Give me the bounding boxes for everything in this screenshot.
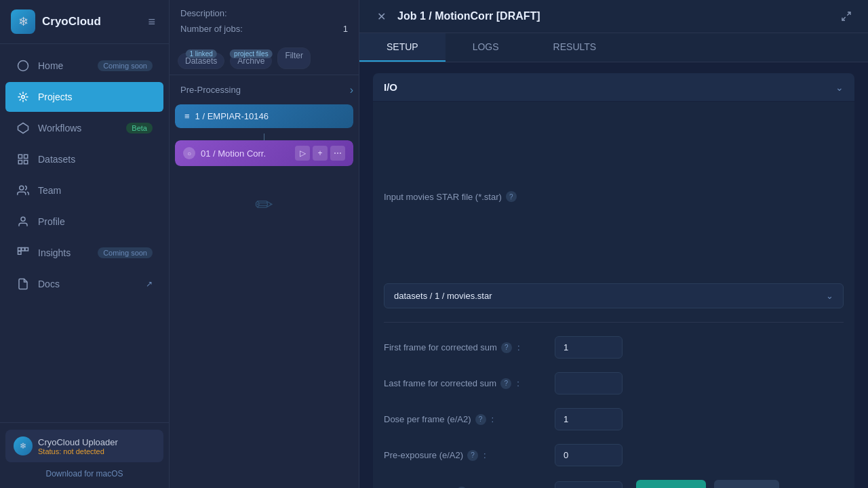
sidebar-item-workflows[interactable]: Workflows Beta xyxy=(5,113,163,143)
uploader-card[interactable]: ❄ CryoCloud Uploader Status: not detecte… xyxy=(5,430,163,462)
job-node-actions: ▷ + ⋯ xyxy=(295,146,345,161)
svg-point-0 xyxy=(18,61,28,71)
last-frame-label: Last frame for corrected sum ? : xyxy=(384,378,547,389)
download-macos-link[interactable]: Download for macOS xyxy=(5,466,163,481)
io-section-header[interactable]: I/O ⌄ xyxy=(373,73,854,101)
tab-logs[interactable]: LOGS xyxy=(446,33,526,62)
pre-exposure-label-text: Pre-exposure (e/A2) xyxy=(384,450,463,460)
first-frame-help-icon[interactable]: ? xyxy=(501,342,512,353)
insights-badge: Coming soon xyxy=(98,247,153,258)
input-movies-select[interactable]: datasets / 1 / movies.star ⌄ xyxy=(384,283,844,308)
add-job-area[interactable]: ✏ xyxy=(175,171,353,238)
job-node[interactable]: ○ 01 / Motion Corr. ▷ + ⋯ xyxy=(175,140,353,166)
tab-filter-label: Filter xyxy=(285,51,303,60)
io-section-body: Input movies STAR file (*.star) ? datase… xyxy=(373,102,854,488)
archive-badge: project files xyxy=(230,49,273,58)
dose-per-frame-input[interactable] xyxy=(555,408,623,430)
dose-per-frame-help-icon[interactable]: ? xyxy=(475,414,486,425)
tab-setup[interactable]: SETUP xyxy=(359,33,446,62)
sidebar-item-datasets[interactable]: Datasets xyxy=(5,144,163,174)
sidebar-footer: ❄ CryoCloud Uploader Status: not detecte… xyxy=(0,422,169,488)
pipeline-header: Pre-Processing › xyxy=(175,81,353,99)
insights-icon xyxy=(16,246,30,260)
svg-rect-4 xyxy=(24,155,28,158)
sidebar-item-profile-label: Profile xyxy=(38,216,153,227)
sidebar-item-home[interactable]: Home Coming soon xyxy=(5,51,163,81)
home-badge: Coming soon xyxy=(98,60,153,71)
sidebar-item-datasets-label: Datasets xyxy=(38,154,153,165)
svg-point-7 xyxy=(20,186,24,190)
sidebar-item-profile[interactable]: Profile xyxy=(5,207,163,237)
jobs-value: 1 xyxy=(343,24,348,34)
first-frame-label: First frame for corrected sum ? : xyxy=(384,342,547,353)
uploader-top: ❄ CryoCloud Uploader Status: not detecte… xyxy=(14,436,155,455)
sidebar-logo-area: ❄ CryoCloud ≡ xyxy=(0,0,169,44)
last-frame-row: Last frame for corrected sum ? : xyxy=(384,372,844,394)
pre-exposure-input[interactable] xyxy=(555,444,623,466)
job-header: ✕ Job 1 / MotionCorr [DRAFT] xyxy=(359,0,868,33)
uploader-name: CryoCloud Uploader xyxy=(38,437,155,447)
dose-per-frame-label-text: Dose per frame (e/A2) xyxy=(384,414,471,424)
external-link-icon: ↗ xyxy=(146,279,153,289)
run-button[interactable]: RUN xyxy=(714,480,779,488)
dataset-node[interactable]: ≡ 1 / EMPIAR-10146 xyxy=(175,104,353,128)
tab-archive[interactable]: project files Archive xyxy=(230,53,272,69)
add-job-icon: ✏ xyxy=(255,192,273,218)
tab-filter[interactable]: Filter xyxy=(277,47,311,69)
sidebar-item-insights[interactable]: Insights Coming soon xyxy=(5,238,163,268)
sidebar-item-team[interactable]: Team xyxy=(5,176,163,205)
job-play-button[interactable]: ▷ xyxy=(295,146,310,161)
projects-icon xyxy=(16,90,30,104)
tab-results[interactable]: RESULTS xyxy=(526,33,624,62)
svg-line-13 xyxy=(847,12,850,16)
logo-group: ❄ CryoCloud xyxy=(11,9,101,34)
svg-marker-2 xyxy=(18,123,28,134)
input-movies-help-icon[interactable]: ? xyxy=(506,191,517,202)
middle-panel: Description: Number of jobs: 1 1 linked … xyxy=(170,0,359,488)
job-more-button[interactable]: ⋯ xyxy=(330,146,345,161)
job-status-icon: ○ xyxy=(183,147,195,159)
sidebar-collapse-button[interactable]: ≡ xyxy=(145,12,158,32)
action-buttons: SAVE RUN xyxy=(636,480,779,488)
first-frame-input[interactable] xyxy=(555,336,623,359)
pipeline-connector xyxy=(264,134,264,140)
last-frame-input[interactable] xyxy=(555,372,623,394)
job-node-label: 01 / Motion Corr. xyxy=(201,148,266,159)
dataset-node-label: 1 / EMPIAR-10146 xyxy=(195,111,269,121)
job-node-inner[interactable]: ○ 01 / Motion Corr. ▷ + ⋯ xyxy=(175,140,353,166)
fullscreen-button[interactable] xyxy=(838,8,854,24)
jobs-row: Number of jobs: 1 xyxy=(180,24,348,34)
pre-exposure-label: Pre-exposure (e/A2) ? : xyxy=(384,450,547,461)
last-frame-label-text: Last frame for corrected sum xyxy=(384,378,496,388)
job-tabs: SETUP LOGS RESULTS xyxy=(359,33,868,62)
team-icon xyxy=(16,184,30,197)
sidebar-item-home-label: Home xyxy=(38,60,90,71)
job-add-button[interactable]: + xyxy=(313,146,328,161)
pipeline-expand-icon[interactable]: › xyxy=(350,84,353,96)
svg-rect-11 xyxy=(25,248,28,251)
sidebar-item-insights-label: Insights xyxy=(38,247,90,258)
pre-exposure-help-icon[interactable]: ? xyxy=(467,450,478,461)
sidebar-nav: Home Coming soon Projects Workflows Beta… xyxy=(0,44,169,422)
save-button[interactable]: SAVE xyxy=(636,480,706,488)
sidebar-item-docs[interactable]: Docs ↗ xyxy=(5,269,163,299)
last-frame-help-icon[interactable]: ? xyxy=(500,378,511,389)
job-title: Job 1 / MotionCorr [DRAFT] xyxy=(397,10,830,22)
description-row: Description: xyxy=(180,8,348,18)
svg-rect-9 xyxy=(18,248,22,251)
svg-point-1 xyxy=(22,96,25,99)
io-section-chevron: ⌄ xyxy=(835,82,844,93)
tab-datasets[interactable]: 1 linked Datasets xyxy=(178,53,224,69)
dose-per-frame-row: Dose per frame (e/A2) ? : xyxy=(384,408,844,430)
dataset-node-inner[interactable]: ≡ 1 / EMPIAR-10146 xyxy=(175,104,353,128)
job-close-button[interactable]: ✕ xyxy=(373,8,389,24)
sidebar-item-projects[interactable]: Projects xyxy=(5,82,163,112)
eer-fractionation-input[interactable] xyxy=(555,481,623,489)
svg-rect-12 xyxy=(18,251,22,255)
pre-exposure-row: Pre-exposure (e/A2) ? : xyxy=(384,444,844,466)
separator-1 xyxy=(384,322,844,323)
first-frame-row: First frame for corrected sum ? : xyxy=(384,336,844,359)
datasets-badge: 1 linked xyxy=(185,49,216,58)
jobs-label: Number of jobs: xyxy=(180,24,243,34)
description-label: Description: xyxy=(180,8,227,18)
